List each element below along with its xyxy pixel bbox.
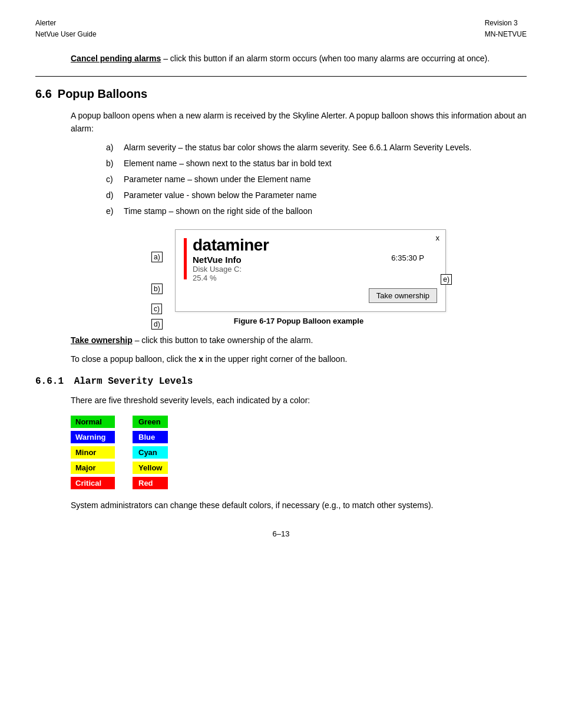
take-ownership-desc: – click this button to take ownership of…	[135, 335, 313, 345]
severity-label-normal: Normal	[71, 416, 115, 428]
list-text-e: Time stamp – shown on the right side of …	[124, 205, 312, 218]
list-item-e: e) Time stamp – shown on the right side …	[106, 205, 527, 218]
page-number: 6–13	[35, 529, 527, 538]
page-header: Alerter NetVue User Guide Revision 3 MN-…	[35, 18, 527, 40]
list-text-b: Element name – shown next to the status …	[124, 157, 332, 170]
header-doc-num: MN-NETVUE	[485, 29, 527, 40]
balloon-diagram-container: a) b) c) d) e) x	[71, 229, 527, 312]
list-label-b: b)	[106, 157, 124, 170]
close-balloon-para: To close a popup balloon, click the x in…	[71, 353, 527, 365]
severity-label-minor: Minor	[71, 446, 115, 459]
section-6-6-title: Popup Balloons	[58, 87, 147, 101]
severity-row-warning: Warning Blue	[71, 431, 527, 443]
balloon-param-name: Disk Usage C:	[193, 265, 269, 274]
section-6-6-intro: A popup balloon opens when a new alarm i…	[71, 109, 527, 136]
list-label-e: e)	[106, 205, 124, 218]
annotation-e: e)	[441, 274, 452, 285]
section-6-6-num: 6.6	[35, 87, 52, 101]
list-text-a: Alarm severity – the status bar color sh…	[124, 141, 471, 154]
section-6-6-header: 6.6 Popup Balloons	[35, 87, 527, 101]
balloon-wrapper: a) b) c) d) e) x	[151, 229, 446, 312]
section-divider	[35, 76, 527, 77]
list-label-c: c)	[106, 173, 124, 186]
page: Alerter NetVue User Guide Revision 3 MN-…	[0, 0, 562, 728]
severity-label-critical: Critical	[71, 477, 115, 489]
balloon-element-name: NetVue Info	[193, 255, 269, 265]
annotation-b: b)	[151, 284, 163, 294]
close-x-ref: x	[199, 354, 203, 364]
balloon-box: x dataminer NetVue Info Disk Usage C:	[175, 229, 446, 312]
list-text-c: Parameter name – shown under the Element…	[124, 173, 311, 186]
header-guide: NetVue User Guide	[35, 29, 97, 40]
cancel-term: Cancel pending alarms	[71, 54, 161, 63]
balloon-param-value: 25.4 %	[193, 274, 269, 282]
list-label-d: d)	[106, 189, 124, 202]
header-right: Revision 3 MN-NETVUE	[485, 18, 527, 40]
balloon-footer: Take ownership	[184, 288, 437, 303]
severity-row-normal: Normal Green	[71, 416, 527, 428]
severity-row-minor: Minor Cyan	[71, 446, 527, 459]
header-left: Alerter NetVue User Guide	[35, 18, 97, 40]
header-product: Alerter	[35, 18, 97, 29]
take-ownership-para: Take ownership – click this button to ta…	[71, 334, 527, 347]
color-label-red: Red	[133, 477, 168, 489]
severity-row-critical: Critical Red	[71, 477, 527, 489]
annotation-a: a)	[151, 252, 163, 262]
list-item-d: d) Parameter value - shown below the Par…	[106, 189, 527, 202]
take-ownership-term: Take ownership	[71, 335, 133, 345]
severity-label-major: Major	[71, 462, 115, 474]
cancel-alarms-para: Cancel pending alarms – click this butto…	[71, 52, 527, 65]
annotation-c: c)	[151, 304, 162, 314]
severity-intro: There are five threshold severity levels…	[71, 394, 527, 407]
balloon-title: dataminer	[193, 236, 269, 255]
section-6-6-1-title: Alarm Severity Levels	[74, 376, 193, 387]
list-item-a: a) Alarm severity – the status bar color…	[106, 141, 527, 154]
balloon-info-list: a) Alarm severity – the status bar color…	[106, 141, 527, 218]
take-ownership-button[interactable]: Take ownership	[369, 288, 437, 303]
severity-row-major: Major Yellow	[71, 462, 527, 474]
balloon-close-x: x	[436, 233, 440, 242]
balloon-text-content: dataminer NetVue Info Disk Usage C: 25.4…	[193, 236, 269, 282]
color-label-yellow: Yellow	[133, 462, 168, 474]
balloon-timestamp: 6:35:30 P	[391, 236, 424, 262]
color-label-cyan: Cyan	[133, 446, 168, 459]
list-text-d: Parameter value - shown below the Parame…	[124, 189, 317, 202]
color-label-green: Green	[133, 416, 168, 428]
section-6-6-1-header: 6.6.1 Alarm Severity Levels	[35, 376, 527, 387]
annotation-d: d)	[151, 319, 163, 330]
color-label-blue: Blue	[133, 431, 168, 443]
severity-footer: System administrators can change these d…	[71, 499, 527, 512]
figure-caption: Figure 6-17 Popup Balloon example	[71, 317, 527, 325]
list-item-b: b) Element name – shown next to the stat…	[106, 157, 527, 170]
severity-bar	[184, 238, 187, 279]
cancel-desc: – click this button if an alarm storm oc…	[163, 54, 490, 63]
list-label-a: a)	[106, 141, 124, 154]
header-revision: Revision 3	[485, 18, 527, 29]
severity-grid: Normal Green Warning Blue Minor Cyan	[71, 416, 527, 489]
section-6-6-1-num: 6.6.1	[35, 376, 64, 387]
list-item-c: c) Parameter name – shown under the Elem…	[106, 173, 527, 186]
severity-label-warning: Warning	[71, 431, 115, 443]
